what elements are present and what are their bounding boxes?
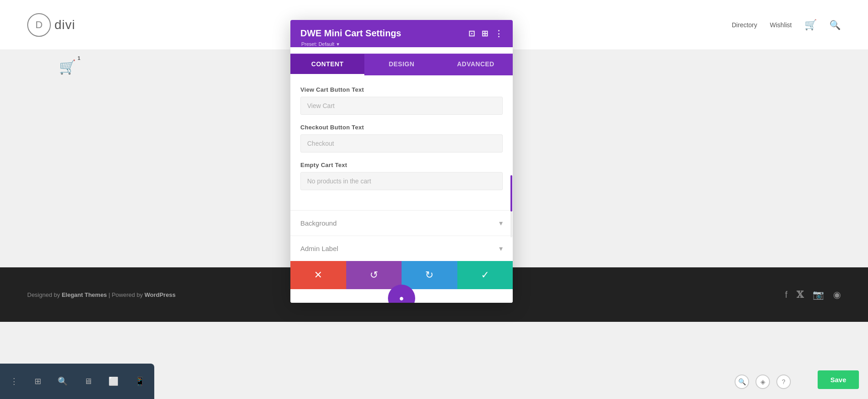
tab-advanced[interactable]: Advanced [439, 54, 513, 75]
collapsible-background-arrow: ▾ [499, 219, 503, 227]
collapsible-background[interactable]: Background ▾ [290, 210, 513, 236]
field-label-view-cart: View Cart Button Text [300, 86, 503, 93]
nav-cart-icon[interactable]: 🛒 [804, 19, 817, 31]
rss-icon[interactable]: ◉ [833, 289, 841, 300]
panel-columns-icon[interactable]: ⊞ [481, 29, 488, 39]
panel-title-text: DWE Mini Cart Settings [300, 28, 401, 39]
cancel-button[interactable]: ✕ [290, 261, 346, 289]
toolbar-monitor-button[interactable]: 🖥 [80, 373, 96, 390]
scroll-thumb [510, 175, 512, 212]
instagram-icon[interactable]: 📷 [813, 289, 824, 300]
cart-icon-wrap[interactable]: 🛒 1 [59, 59, 76, 75]
help-circle-icon[interactable]: ? [776, 374, 791, 389]
save-button[interactable]: Save [818, 370, 859, 389]
field-input-empty-cart[interactable] [300, 172, 503, 190]
scroll-indicator[interactable] [510, 148, 513, 210]
field-group-view-cart: View Cart Button Text [300, 86, 503, 115]
field-group-empty-cart: Empty Cart Text [300, 162, 503, 190]
toolbar-mobile-button[interactable]: 📱 [131, 373, 148, 390]
panel-preset[interactable]: Preset: Default ▾ [300, 40, 503, 47]
panel-preset-arrow: ▾ [337, 41, 339, 47]
settings-panel: DWE Mini Cart Settings ⊡ ⊞ ⋮ Preset: Def… [290, 20, 513, 303]
field-input-view-cart[interactable] [300, 97, 503, 115]
nav-wishlist[interactable]: Wishlist [770, 21, 792, 29]
footer-mid: | Powered by [107, 291, 145, 298]
tab-content[interactable]: Content [290, 54, 364, 75]
panel-title: DWE Mini Cart Settings ⊡ ⊞ ⋮ [300, 28, 503, 39]
footer-brand1: Elegant Themes [62, 291, 107, 298]
logo-letter: D [35, 19, 43, 31]
cart-badge: 1 [78, 55, 80, 61]
field-input-checkout[interactable] [300, 134, 503, 153]
panel-header: DWE Mini Cart Settings ⊡ ⊞ ⋮ Preset: Def… [290, 20, 513, 47]
layers-circle-icon[interactable]: ◈ [755, 374, 770, 389]
panel-tabs: Content Design Advanced [290, 54, 513, 75]
panel-dots-icon[interactable]: ⋮ [495, 29, 503, 39]
footer-text: Designed by Elegant Themes | Powered by … [27, 291, 176, 298]
toolbar-tablet-button[interactable]: ⬜ [105, 373, 122, 390]
collapsible-admin-label[interactable]: Admin Label ▾ [290, 236, 513, 261]
field-label-checkout: Checkout Button Text [300, 124, 503, 131]
logo-circle: D [27, 13, 51, 37]
social-icons: f 𝕏 📷 ◉ [785, 289, 841, 300]
cart-icon: 🛒 [59, 59, 76, 74]
nav-search-icon[interactable]: 🔍 [829, 20, 841, 30]
toolbar-dots-button[interactable]: ⋮ [6, 373, 22, 390]
twitter-x-icon[interactable]: 𝕏 [796, 289, 804, 300]
panel-header-icons: ⊡ ⊞ ⋮ [468, 29, 503, 39]
confirm-button[interactable]: ✓ [457, 261, 513, 289]
nav-directory[interactable]: Directory [732, 21, 757, 29]
logo-text: divi [54, 18, 75, 32]
footer-pre: Designed by [27, 291, 62, 298]
facebook-icon[interactable]: f [785, 290, 788, 300]
undo-button[interactable]: ↺ [346, 261, 402, 289]
circle-icon: ● [399, 294, 404, 303]
page-background: D divi Directory Wishlist 🛒 🔍 🛒 1 Design… [0, 0, 868, 399]
panel-preset-text: Preset: Default [301, 41, 334, 47]
collapsible-admin-label-arrow: ▾ [499, 244, 503, 253]
panel-body: View Cart Button Text Checkout Button Te… [290, 75, 513, 210]
panel-bottom-area: ● [290, 289, 513, 303]
footer-brand2: WordPress [144, 291, 175, 298]
search-circle-icon[interactable]: 🔍 [735, 374, 749, 389]
collapsible-background-label: Background [300, 219, 337, 227]
bottom-toolbar: ⋮ ⊞ 🔍 🖥 ⬜ 📱 [0, 364, 154, 399]
cart-area: 🛒 1 [59, 59, 76, 75]
collapsible-admin-label-text: Admin Label [300, 245, 338, 252]
scroll-track [510, 175, 512, 237]
toolbar-search-button[interactable]: 🔍 [54, 373, 71, 390]
panel-resize-icon[interactable]: ⊡ [468, 29, 475, 39]
field-group-checkout: Checkout Button Text [300, 124, 503, 153]
site-logo: D divi [27, 13, 75, 37]
tab-design[interactable]: Design [364, 54, 438, 75]
nav-right: Directory Wishlist 🛒 🔍 [732, 19, 841, 31]
bottom-right-icons: 🔍 ◈ ? [735, 374, 791, 389]
field-label-empty-cart: Empty Cart Text [300, 162, 503, 168]
redo-button[interactable]: ↻ [402, 261, 457, 289]
toolbar-grid-button[interactable]: ⊞ [31, 373, 45, 390]
